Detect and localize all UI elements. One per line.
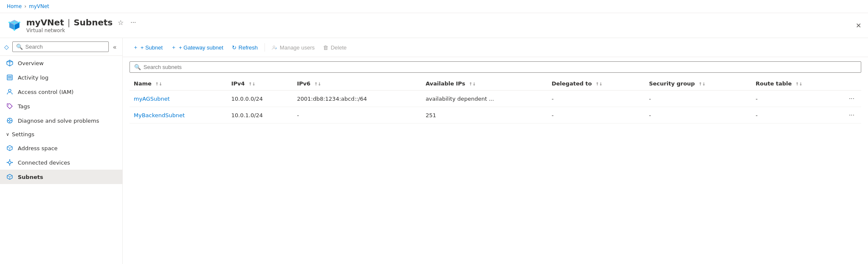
cell-row-menu-1: ··· [842,107,861,124]
page-title: myVNet | Subnets ☆ ··· [26,17,138,28]
address-space-icon [6,144,14,152]
col-actions [842,77,861,91]
subnet-name-link-0[interactable]: myAGSubnet [134,96,170,102]
page-header: myVNet | Subnets ☆ ··· Virtual network ✕ [0,13,868,38]
sidebar-item-diagnose-label: Diagnose and solve problems [18,118,99,124]
refresh-button[interactable]: ↻ Refresh [229,42,262,53]
cell-route-table-1: - [751,107,842,124]
cell-available-ips-1: 251 [422,107,548,124]
breadcrumb: Home › myVNet [7,3,49,9]
name-sort-icon[interactable]: ↑↓ [155,82,163,86]
title-separator: | [67,17,70,28]
delegated-sort-icon[interactable]: ↑↓ [595,82,603,86]
route-sort-icon[interactable]: ↑↓ [795,82,802,86]
sidebar-item-address-space[interactable]: Address space [0,141,122,155]
svg-point-13 [8,89,11,92]
col-route-table: Route table ↑↓ [751,77,842,91]
toolbar-divider [265,43,265,52]
svg-point-28 [273,46,275,47]
favorite-button[interactable]: ☆ [116,18,125,28]
cell-name-0: myAGSubnet [130,91,227,107]
svg-rect-9 [7,75,12,80]
manage-users-icon [272,44,278,51]
delete-button[interactable]: 🗑 Delete [320,42,350,53]
svg-point-20 [9,160,10,160]
content-area: ＋ + Subnet ＋ + Gateway subnet ↻ Refresh … [123,38,868,264]
row-context-menu-button-1[interactable]: ··· [846,110,857,120]
add-subnet-icon: ＋ [133,44,138,51]
add-gateway-subnet-button[interactable]: ＋ + Gateway subnet [168,41,226,53]
search-bar-row: 🔍 [123,57,868,77]
top-bar: Home › myVNet [0,0,868,13]
breadcrumb-home[interactable]: Home [7,3,22,9]
cell-available-ips-0: availability dependent ... [422,91,548,107]
col-delegated-to: Delegated to ↑↓ [547,77,645,91]
sidebar-item-activity-log[interactable]: Activity log [0,70,122,85]
sidebar-item-tags[interactable]: Tags [0,99,122,113]
diagnose-icon [6,117,14,124]
svg-point-23 [12,162,13,163]
close-button[interactable]: ✕ [856,22,861,30]
row-context-menu-button-0[interactable]: ··· [846,94,857,103]
header-title-group: myVNet | Subnets ☆ ··· Virtual network [26,17,138,33]
svg-point-22 [7,162,8,163]
page-section: Subnets [74,17,113,28]
sidebar-item-iam-label: Access control (IAM) [18,89,74,95]
iam-icon [6,88,14,96]
cell-delegated-0: - [547,91,645,107]
sidebar-item-overview[interactable]: Overview [0,56,122,70]
add-gateway-label: + Gateway subnet [179,44,223,51]
cell-ipv6-0: 2001:db8:1234:abcd::/64 [293,91,422,107]
sidebar-search-box[interactable]: 🔍 [12,41,109,52]
ipv4-sort-icon[interactable]: ↑↓ [248,82,256,86]
settings-chevron-icon: ∨ [6,132,9,137]
toolbar: ＋ + Subnet ＋ + Gateway subnet ↻ Refresh … [123,38,868,57]
sidebar-item-subnets-label: Subnets [18,174,43,180]
security-sort-icon[interactable]: ↑↓ [698,82,705,86]
sidebar-item-subnets[interactable]: Subnets [0,170,122,184]
table-row: MyBackendSubnet10.0.1.0/24-251---··· [130,107,861,124]
available-ips-sort-icon[interactable]: ↑↓ [469,82,476,86]
cell-route-table-0: - [751,91,842,107]
breadcrumb-separator: › [24,3,26,9]
col-available-ips: Available IPs ↑↓ [422,77,548,91]
breadcrumb-resource[interactable]: myVNet [29,3,49,9]
subnet-table-wrapper: Name ↑↓ IPv4 ↑↓ IPv6 ↑↓ Available IPs [123,77,868,264]
sidebar-item-address-space-label: Address space [18,145,58,151]
svg-point-19 [8,161,11,164]
search-input[interactable] [25,44,105,50]
more-options-button[interactable]: ··· [129,18,138,27]
cell-ipv4-0: 10.0.0.0/24 [227,91,292,107]
col-name: Name ↑↓ [130,77,227,91]
sidebar-item-overview-label: Overview [18,60,44,66]
col-ipv6: IPv6 ↑↓ [293,77,422,91]
col-security-group: Security group ↑↓ [645,77,751,91]
sidebar-item-diagnose[interactable]: Diagnose and solve problems [0,113,122,128]
collapse-sidebar-button[interactable]: « [111,42,118,52]
refresh-label: Refresh [239,44,258,51]
sidebar-item-connected-devices-label: Connected devices [18,160,70,166]
vnet-logo-icon [7,17,22,33]
resource-name: myVNet [26,17,64,28]
cell-ipv6-1: - [293,107,422,124]
svg-point-21 [9,165,10,165]
sidebar-item-tags-label: Tags [18,103,30,110]
cell-name-1: MyBackendSubnet [130,107,227,124]
col-ipv4: IPv4 ↑↓ [227,77,292,91]
cell-security-group-0: - [645,91,751,107]
subnet-name-link-1[interactable]: MyBackendSubnet [134,112,185,118]
delete-icon: 🗑 [323,44,328,51]
sidebar-item-connected-devices[interactable]: Connected devices [0,155,122,170]
sidebar-navigation: Overview Activity log Access control (IA… [0,56,122,264]
settings-section-header[interactable]: ∨ Settings [0,128,122,141]
subnet-search-input[interactable] [143,64,857,70]
subnet-search-box[interactable]: 🔍 [130,61,861,73]
add-subnet-button[interactable]: ＋ + Subnet [130,41,166,53]
sidebar-item-iam[interactable]: Access control (IAM) [0,85,122,99]
ipv6-sort-icon[interactable]: ↑↓ [314,82,321,86]
delete-label: Delete [331,44,347,51]
manage-users-button[interactable]: Manage users [268,42,318,53]
sidebar-search-row: ◇ 🔍 « [0,38,122,56]
resource-type-label: Virtual network [26,28,138,33]
diamond-icon: ◇ [4,44,9,50]
